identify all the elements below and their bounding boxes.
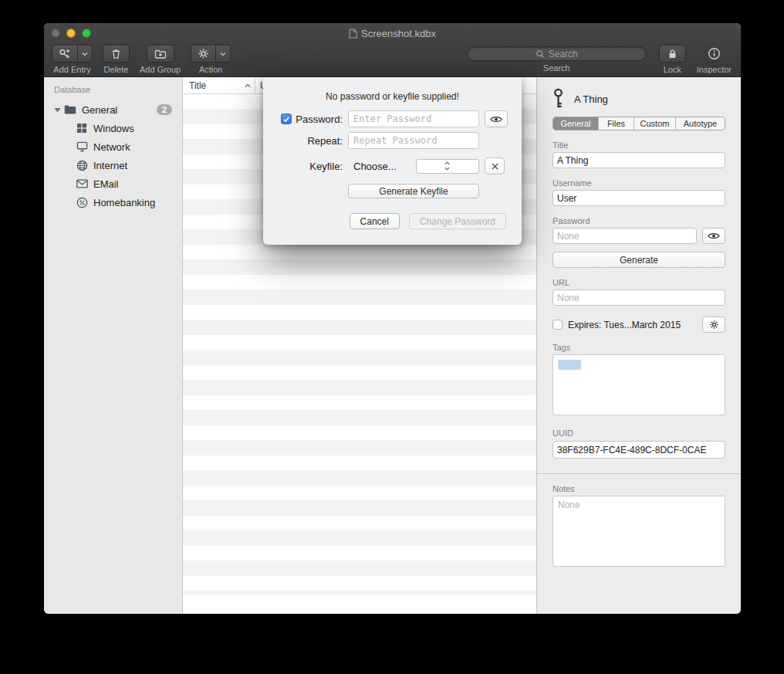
- notes-label: Notes: [553, 484, 725, 493]
- sidebar-item-homebanking[interactable]: Homebanking: [44, 193, 182, 212]
- column-header-title[interactable]: Title: [183, 77, 255, 93]
- inspector-button[interactable]: [705, 45, 724, 63]
- username-field[interactable]: [553, 190, 725, 206]
- sidebar-item-label: Internet: [93, 160, 127, 171]
- change-password-button[interactable]: Change Password: [409, 213, 506, 229]
- sidebar-item-windows[interactable]: Windows: [44, 119, 182, 137]
- sidebar-section-header: Database: [44, 83, 182, 100]
- popup-stepper-icon: [416, 159, 480, 174]
- column-label: Title: [189, 80, 206, 91]
- keyfile-popup[interactable]: Choose...: [348, 157, 479, 174]
- password-input[interactable]: [348, 110, 479, 127]
- tab-autotype[interactable]: Autotype: [675, 117, 725, 130]
- tab-label: Autotype: [684, 119, 717, 128]
- expires-label: Expires: Tues...March 2015: [568, 320, 681, 330]
- gear-icon: [191, 46, 216, 62]
- app-window: Screenshot.kdbx Add Entry: [44, 23, 741, 614]
- keyfile-row: Keyfile: Choose...: [263, 157, 522, 174]
- url-field-label: URL: [553, 278, 725, 287]
- repeat-label: Repeat:: [307, 135, 343, 147]
- sidebar-item-general[interactable]: General 2: [44, 100, 182, 119]
- add-entry-group: Add Entry: [52, 45, 93, 74]
- action-button[interactable]: [191, 45, 231, 63]
- titlebar[interactable]: Screenshot.kdbx: [44, 23, 741, 43]
- sidebar-item-label: Homebanking: [93, 197, 155, 208]
- traffic-lights: [51, 29, 91, 38]
- uuid-field[interactable]: [553, 441, 725, 459]
- generate-keyfile-label: Generate Keyfile: [379, 186, 448, 197]
- generate-password-button[interactable]: Generate: [553, 252, 725, 268]
- cancel-label: Cancel: [360, 216, 389, 227]
- lock-label: Lock: [664, 65, 681, 74]
- key-icon: [553, 88, 564, 110]
- password-dialog: No password or keyfile supplied! Passwor…: [263, 77, 522, 245]
- search-label: Search: [543, 63, 570, 73]
- delete-button[interactable]: [103, 45, 130, 63]
- add-entry-button[interactable]: [52, 45, 93, 63]
- toolbar: Add Entry Delete Add Group: [44, 43, 741, 74]
- close-button[interactable]: [51, 29, 60, 38]
- search-group: Search Search: [467, 45, 647, 73]
- group-count-badge: 2: [157, 104, 172, 115]
- eye-icon: [708, 232, 720, 240]
- generate-keyfile-row: Generate Keyfile: [263, 179, 522, 198]
- reveal-password-button[interactable]: [702, 228, 725, 244]
- expires-settings-button[interactable]: [702, 317, 725, 333]
- reveal-password-button[interactable]: [485, 110, 508, 127]
- cancel-button[interactable]: Cancel: [350, 213, 400, 229]
- entry-header: A Thing: [553, 85, 725, 113]
- expires-row: Expires: Tues...March 2015: [553, 317, 725, 333]
- add-group-button[interactable]: [147, 45, 174, 63]
- inspector-label: Inspector: [697, 65, 732, 74]
- dialog-message: No password or keyfile supplied!: [263, 91, 522, 102]
- generate-label: Generate: [620, 255, 658, 266]
- username-field-label: Username: [553, 178, 725, 188]
- entry-title: A Thing: [574, 93, 608, 105]
- dialog-buttons: Cancel Change Password: [263, 213, 522, 229]
- chevron-down-icon[interactable]: [216, 46, 230, 62]
- expires-checkbox[interactable]: [553, 320, 563, 330]
- keyfile-value: Choose...: [353, 161, 416, 172]
- notes-field[interactable]: [553, 496, 725, 567]
- delete-group: Delete: [103, 45, 130, 74]
- sidebar: Database General 2 Windows: [44, 77, 183, 614]
- key-plus-icon: [52, 46, 78, 62]
- zoom-button[interactable]: [82, 29, 91, 38]
- change-password-label: Change Password: [420, 216, 495, 227]
- disclosure-triangle-icon[interactable]: [52, 107, 63, 113]
- tab-custom[interactable]: Custom: [634, 117, 675, 130]
- title-field[interactable]: [553, 152, 725, 168]
- globe-icon: [75, 159, 89, 172]
- password-checkbox[interactable]: [281, 113, 292, 124]
- sidebar-item-email[interactable]: EMail: [44, 174, 182, 193]
- tab-general[interactable]: General: [553, 117, 598, 130]
- trash-icon: [110, 48, 122, 60]
- inspector-divider: [537, 473, 741, 474]
- sidebar-item-label: General: [82, 104, 117, 116]
- info-icon: [708, 47, 721, 60]
- uuid-label: UUID: [553, 428, 725, 438]
- inspector-panel: A Thing General Files Custom Autotype Ti…: [536, 77, 741, 614]
- minimize-button[interactable]: [66, 29, 76, 38]
- search-input[interactable]: Search: [467, 46, 647, 61]
- add-group-group: Add Group: [140, 45, 181, 74]
- lock-group: Lock: [659, 45, 686, 74]
- tag-chip[interactable]: [558, 360, 581, 370]
- password-field[interactable]: [553, 228, 697, 244]
- url-field[interactable]: [553, 290, 725, 306]
- tab-label: General: [560, 119, 590, 128]
- eye-icon: [490, 115, 502, 124]
- generate-keyfile-button[interactable]: Generate Keyfile: [348, 184, 479, 198]
- clear-keyfile-button[interactable]: [485, 157, 505, 174]
- tags-box[interactable]: [553, 354, 725, 415]
- repeat-password-input[interactable]: [348, 132, 479, 149]
- sidebar-item-network[interactable]: Network: [44, 137, 182, 156]
- sidebar-item-internet[interactable]: Internet: [44, 156, 182, 174]
- lock-icon: [667, 48, 678, 60]
- chevron-down-icon[interactable]: [78, 46, 92, 62]
- password-label: Password:: [296, 113, 343, 125]
- tab-files[interactable]: Files: [598, 117, 634, 130]
- inspector-tabs: General Files Custom Autotype: [553, 117, 725, 130]
- gear-icon: [709, 320, 719, 330]
- lock-button[interactable]: [659, 45, 686, 63]
